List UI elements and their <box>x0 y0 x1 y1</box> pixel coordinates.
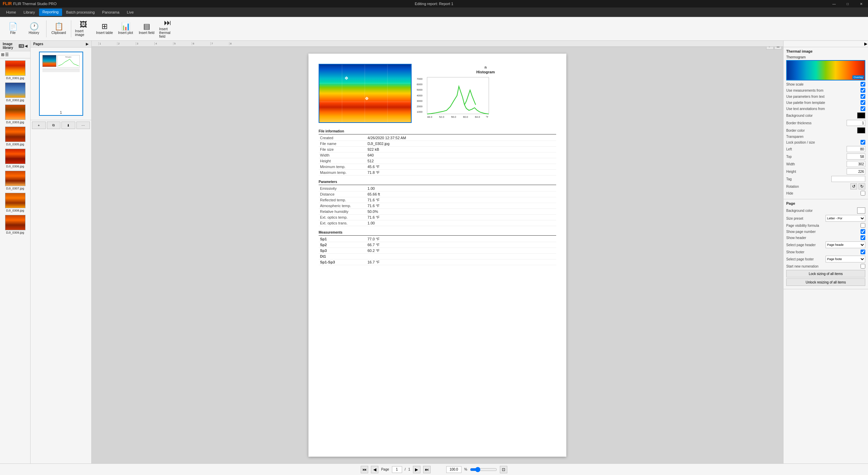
insert-table-button[interactable]: ⊞ Insert table <box>94 19 115 39</box>
pages-collapse[interactable]: ▶ <box>86 42 89 46</box>
page-background-color-button[interactable] <box>857 207 865 214</box>
menu-home[interactable]: Home <box>3 9 19 16</box>
menu-library[interactable]: Library <box>20 9 38 16</box>
toolbar-separator-2 <box>71 20 71 37</box>
tag-input[interactable] <box>831 176 865 182</box>
thermal-image-container[interactable] <box>319 64 412 123</box>
select-page-header-select[interactable]: Page heade <box>826 241 866 248</box>
insert-table-icon: ⊞ <box>101 23 108 30</box>
list-item[interactable]: DJI_0309.jpg <box>1 214 29 235</box>
background-color-label: Background color <box>786 114 857 117</box>
menu-reporting[interactable]: Reporting <box>39 8 62 16</box>
table-row: Dt1 <box>319 254 556 259</box>
list-item[interactable]: DJI_0307.jpg <box>1 170 29 191</box>
rotate-left-button[interactable]: ↺ <box>850 183 857 189</box>
left-input[interactable] <box>847 146 865 152</box>
insert-field-button[interactable]: ▤ Insert field <box>136 19 157 39</box>
top-input[interactable] <box>847 153 865 160</box>
use-text-annotations-checkbox[interactable] <box>861 106 865 111</box>
show-header-label: Show header <box>786 236 861 240</box>
list-item[interactable]: DJI_0301.jpg <box>1 60 29 80</box>
duplicate-page-button[interactable]: ⧉ <box>47 122 61 129</box>
use-text-annotations-row: Use text annotations from <box>786 106 865 111</box>
last-page-button[interactable]: ⏭ <box>423 466 431 473</box>
right-panel-collapse-button[interactable]: ▶ <box>864 41 867 46</box>
thermogram-label: Thermogram <box>786 55 865 59</box>
show-footer-checkbox[interactable] <box>861 250 865 254</box>
list-item[interactable]: DJI_0306.jpg <box>1 148 29 169</box>
show-header-checkbox[interactable] <box>861 235 865 240</box>
select-page-footer-select[interactable]: Page foote <box>826 256 866 262</box>
history-button[interactable]: 🕐 History <box>24 19 44 39</box>
width-input[interactable] <box>847 161 865 167</box>
tag-label: Tag <box>786 177 831 181</box>
image-library-collapse[interactable]: ◀ <box>25 44 27 48</box>
list-item[interactable]: DJI_0302.jpg <box>1 82 29 103</box>
size-preset-select[interactable]: Letter - Por <box>826 215 866 222</box>
flir-logo: FLIR <box>3 1 12 6</box>
parameters-title: Parameters <box>319 179 556 185</box>
minimize-button[interactable]: — <box>827 0 841 7</box>
table-row: Ext. optics temp. 71.6 °F <box>319 215 556 220</box>
left-label: Left <box>786 147 847 151</box>
use-palette-checkbox[interactable] <box>861 100 865 105</box>
lock-position-checkbox[interactable] <box>861 140 865 145</box>
show-scale-label: Show scale <box>786 83 861 86</box>
page-thumbnail[interactable]: Histogram 1 <box>39 52 83 116</box>
grid-view-button[interactable]: ⊞ <box>1 52 4 57</box>
lock-position-row: Lock position / size <box>786 140 865 145</box>
page-overflow-button[interactable]: ⋯ <box>76 122 90 129</box>
show-footer-row: Show footer <box>786 250 865 254</box>
use-parameters-checkbox[interactable] <box>861 94 865 99</box>
insert-thermal-button[interactable]: ⏭ Insert thermal field <box>157 19 178 39</box>
background-color-button[interactable] <box>857 112 865 118</box>
next-page-button[interactable]: ▶ <box>413 466 420 473</box>
svg-text:56.0: 56.0 <box>451 115 456 118</box>
maximize-button[interactable]: □ <box>841 0 854 7</box>
lock-sizing-button[interactable]: Lock sizing of all items <box>786 270 865 277</box>
unlock-sizing-button[interactable]: Unlock resizing of all items <box>786 278 865 286</box>
insert-image-button[interactable]: 🖼 Insert image <box>73 19 94 39</box>
page-number-input[interactable] <box>392 466 402 473</box>
insert-plot-icon: 📊 <box>121 23 130 30</box>
use-measurements-checkbox[interactable] <box>861 88 865 93</box>
select-page-header-label: Select page header <box>786 243 826 247</box>
list-item[interactable]: DJI_0303.jpg <box>1 104 29 125</box>
menu-panorama[interactable]: Panorama <box>99 9 123 16</box>
svg-text:52.0: 52.0 <box>439 115 444 118</box>
insert-table-label: Insert table <box>96 31 113 35</box>
height-input[interactable] <box>847 168 865 175</box>
file-info-section: File information Created 4/26/2020 12:37… <box>319 128 556 176</box>
table-row: Distance 65.66 ft <box>319 191 556 197</box>
zoom-reset-button[interactable]: ⊡ <box>500 466 507 473</box>
menu-batch[interactable]: Batch processing <box>63 9 98 16</box>
clipboard-button[interactable]: 📋 Clipboard <box>49 19 69 39</box>
border-color-button[interactable] <box>857 127 865 133</box>
histogram-n-label: n <box>417 66 554 69</box>
page-visibility-checkbox[interactable] <box>861 223 865 228</box>
list-item[interactable]: DJI_0308.jpg <box>1 192 29 213</box>
image-library-toolbar: ⊞ ☰ <box>0 51 30 58</box>
start-new-numeration-checkbox[interactable] <box>861 264 865 269</box>
zoom-slider[interactable] <box>470 467 497 472</box>
menu-live[interactable]: Live <box>124 9 137 16</box>
show-scale-checkbox[interactable] <box>861 82 865 87</box>
save-page-button[interactable]: ⬇ <box>61 122 75 129</box>
list-view-button[interactable]: ☰ <box>5 52 9 57</box>
prev-page-button[interactable]: ◀ <box>371 466 378 473</box>
measurements-section: Measurements Sp1 77.0 °F Sp2 66.7 °F Sp3… <box>319 230 556 265</box>
rotate-right-button[interactable]: ↻ <box>858 183 865 189</box>
list-item[interactable]: DJI_0305.jpg <box>1 126 29 147</box>
show-page-number-checkbox[interactable] <box>861 229 865 234</box>
close-button[interactable]: ✕ <box>854 0 868 7</box>
hide-checkbox[interactable] <box>861 191 865 196</box>
file-button[interactable]: 📄 File <box>3 19 23 39</box>
file-label: File <box>10 31 16 35</box>
border-thickness-input[interactable] <box>847 120 865 126</box>
zoom-input[interactable] <box>446 466 461 473</box>
height-row: Height <box>786 168 865 175</box>
first-page-button[interactable]: ⏮ <box>361 466 368 473</box>
insert-plot-button[interactable]: 📊 Insert plot <box>115 19 136 39</box>
add-page-button[interactable]: + <box>32 122 46 129</box>
toolbar: 📄 File 🕐 History 📋 Clipboard 🖼 Insert im… <box>0 17 868 41</box>
